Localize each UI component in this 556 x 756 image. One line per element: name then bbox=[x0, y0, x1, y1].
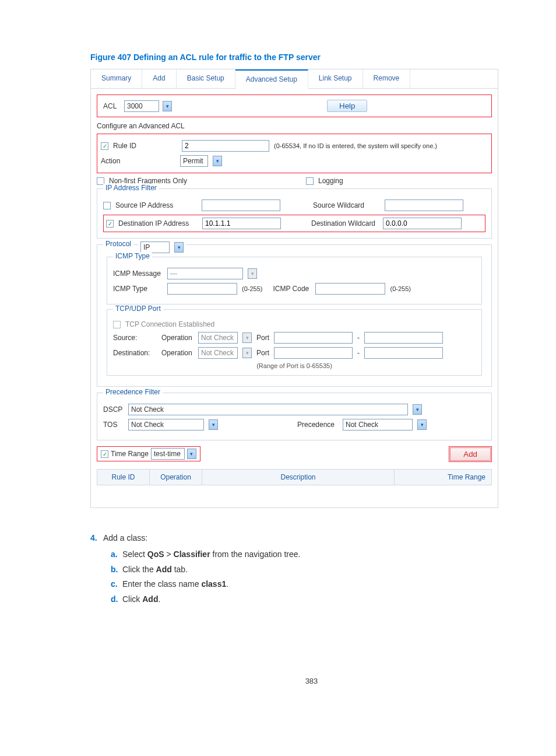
action-label: Action bbox=[101, 157, 175, 165]
step-c-letter: c. bbox=[111, 578, 122, 592]
tcp-source-label: Source: bbox=[113, 334, 157, 342]
tos-label: TOS bbox=[103, 421, 124, 429]
icmp-message-select: --- bbox=[167, 268, 243, 279]
chevron-down-icon: ▾ bbox=[242, 332, 252, 343]
src-ip-label: Source IP Address bbox=[115, 201, 197, 209]
icmp-fieldset: ICMP Type ICMP Message --- ▾ ICMP Type (… bbox=[107, 257, 482, 304]
tcp-src-port1 bbox=[274, 332, 353, 344]
page-number: 383 bbox=[90, 677, 533, 685]
add-button[interactable]: Add bbox=[450, 447, 491, 461]
tcp-op-label2: Operation bbox=[161, 349, 193, 357]
tab-add[interactable]: Add bbox=[142, 69, 176, 88]
precedence-legend: Precedence Filter bbox=[103, 388, 163, 396]
ip-filter-fieldset: IP Address Filter Source IP Address Sour… bbox=[97, 188, 492, 239]
tcp-port-label2: Port bbox=[256, 349, 269, 357]
icmp-type-range: (0-255) bbox=[242, 285, 262, 292]
tcp-dst-port1 bbox=[274, 347, 353, 359]
step-b-letter: b. bbox=[111, 563, 122, 577]
rule-id-input[interactable] bbox=[182, 140, 269, 152]
rule-id-hint: (0-65534, If no ID is entered, the syste… bbox=[274, 142, 437, 149]
ip-filter-legend: IP Address Filter bbox=[103, 184, 159, 192]
tab-advanced[interactable]: Advanced Setup bbox=[235, 69, 308, 89]
step-a-letter: a. bbox=[111, 548, 122, 562]
tab-bar: Summary Add Basic Setup Advanced Setup L… bbox=[91, 69, 498, 89]
src-wildcard-label: Source Wildcard bbox=[313, 201, 380, 209]
tcpudp-legend: TCP/UDP Port bbox=[113, 304, 163, 313]
col-operation: Operation bbox=[150, 470, 202, 485]
figure-title: Figure 407 Defining an ACL rule for traf… bbox=[90, 52, 533, 62]
protocol-legend: Protocol bbox=[103, 240, 133, 248]
chevron-down-icon[interactable]: ▾ bbox=[213, 156, 222, 166]
tcp-port-label: Port bbox=[256, 334, 269, 342]
dst-wildcard-input[interactable] bbox=[383, 218, 462, 229]
instructions: 4.Add a class: a.Select QoS > Classifier… bbox=[90, 531, 498, 607]
dst-ip-label: Destination IP Address bbox=[118, 219, 198, 228]
tcp-dst-op-select: Not Check bbox=[198, 347, 238, 359]
prec-select[interactable]: Not Check bbox=[343, 419, 413, 430]
tcp-src-port2 bbox=[364, 332, 443, 344]
tab-basic[interactable]: Basic Setup bbox=[177, 69, 235, 88]
src-ip-checkbox[interactable] bbox=[103, 202, 111, 209]
tcpudp-fieldset: TCP/UDP Port TCP Connection Established … bbox=[107, 309, 482, 376]
dst-ip-input[interactable] bbox=[202, 218, 281, 229]
chevron-down-icon[interactable]: ▾ bbox=[209, 419, 218, 430]
acl-panel: Summary Add Basic Setup Advanced Setup L… bbox=[90, 69, 498, 508]
chevron-down-icon: ▾ bbox=[242, 348, 252, 358]
logging-label: Logging bbox=[318, 177, 343, 185]
tos-select[interactable]: Not Check bbox=[128, 419, 204, 430]
step-4-text: Add a class: bbox=[103, 533, 147, 542]
dst-ip-checkbox[interactable]: ✓ bbox=[106, 220, 114, 228]
action-select[interactable]: Permit bbox=[180, 155, 208, 167]
protocol-fieldset: Protocol IP ▾ ICMP Type ICMP Message ---… bbox=[97, 244, 492, 387]
chevron-down-icon[interactable]: ▾ bbox=[163, 101, 172, 111]
chevron-down-icon: ▾ bbox=[248, 268, 257, 279]
acl-select[interactable]: 3000 bbox=[124, 100, 159, 112]
chevron-down-icon[interactable]: ▾ bbox=[174, 242, 184, 253]
dst-wildcard-label: Destination Wildcard bbox=[311, 219, 378, 228]
chevron-down-icon[interactable]: ▾ bbox=[417, 419, 427, 430]
dash2: - bbox=[357, 349, 360, 357]
chevron-down-icon[interactable]: ▾ bbox=[187, 449, 196, 459]
timerange-label: Time Range bbox=[111, 450, 149, 458]
src-ip-input[interactable] bbox=[202, 200, 280, 211]
step-d-letter: d. bbox=[111, 593, 122, 607]
icmp-legend: ICMP Type bbox=[113, 252, 152, 260]
icmp-code-label: ICMP Code bbox=[273, 285, 311, 293]
port-range-note: (Range of Port is 0-65535) bbox=[113, 362, 476, 369]
col-description: Description bbox=[202, 470, 395, 485]
logging-checkbox[interactable] bbox=[306, 177, 314, 185]
tcp-dst-port2 bbox=[364, 347, 443, 359]
protocol-select[interactable]: IP bbox=[140, 242, 170, 253]
rule-id-label: Rule ID bbox=[113, 142, 177, 150]
config-heading: Configure an Advanced ACL bbox=[97, 122, 492, 130]
timerange-checkbox[interactable]: ✓ bbox=[101, 450, 108, 458]
prec-label: Precedence bbox=[297, 421, 338, 429]
icmp-type-input bbox=[167, 283, 237, 295]
icmp-code-range: (0-255) bbox=[390, 285, 410, 292]
col-time-range: Time Range bbox=[395, 470, 491, 485]
acl-label: ACL bbox=[103, 102, 121, 110]
step-4-number: 4. bbox=[90, 531, 103, 545]
col-rule-id: Rule ID bbox=[97, 470, 150, 485]
tcp-op-label: Operation bbox=[161, 334, 193, 342]
src-wildcard-input[interactable] bbox=[385, 200, 463, 211]
timerange-select[interactable]: test-time bbox=[151, 448, 185, 460]
tcp-dest-label: Destination: bbox=[113, 349, 157, 357]
precedence-fieldset: Precedence Filter DSCP Not Check ▾ TOS N… bbox=[97, 393, 492, 440]
icmp-code-input bbox=[315, 283, 385, 295]
dscp-label: DSCP bbox=[103, 405, 124, 414]
tcp-established-label: TCP Connection Established bbox=[125, 320, 214, 328]
tcp-src-op-select: Not Check bbox=[198, 332, 238, 344]
tab-summary[interactable]: Summary bbox=[91, 69, 142, 88]
help-button[interactable]: Help bbox=[327, 100, 367, 112]
dscp-select[interactable]: Not Check bbox=[128, 404, 408, 415]
dash: - bbox=[357, 334, 360, 342]
rule-id-checkbox[interactable]: ✓ bbox=[101, 142, 108, 150]
tab-link[interactable]: Link Setup bbox=[308, 69, 363, 88]
tab-remove[interactable]: Remove bbox=[363, 69, 411, 88]
tcp-established-checkbox bbox=[113, 321, 121, 328]
rule-table-header: Rule ID Operation Description Time Range bbox=[97, 469, 492, 485]
chevron-down-icon[interactable]: ▾ bbox=[413, 404, 422, 415]
icmp-type-label: ICMP Type bbox=[113, 285, 163, 293]
icmp-message-label: ICMP Message bbox=[113, 270, 163, 278]
